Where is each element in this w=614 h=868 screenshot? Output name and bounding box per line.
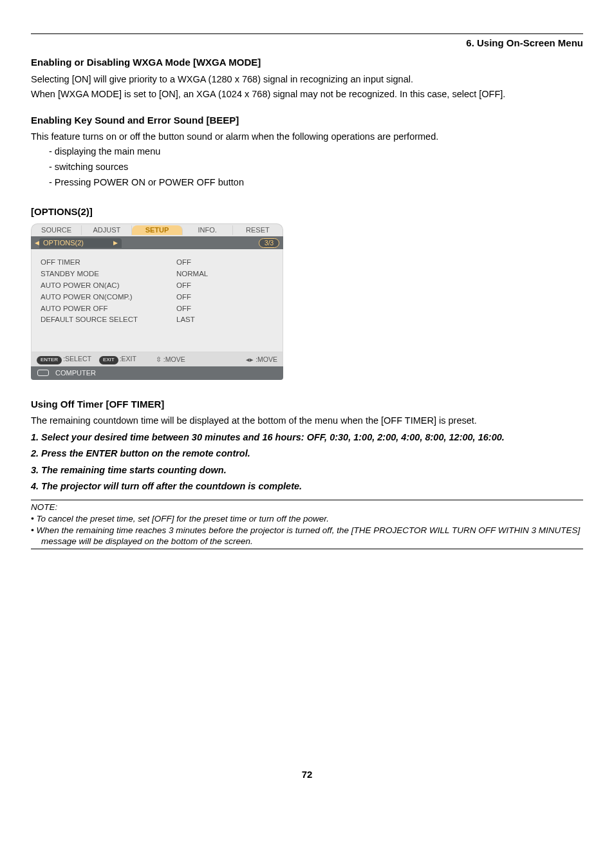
osd-navbar: ENTER:SELECT EXIT:EXIT ⇳ :MOVE ◂▸ :MOVE (31, 352, 283, 366)
osd-row-value: OFF (176, 303, 208, 315)
osd-row-value: OFF (176, 292, 208, 303)
section-offtimer-title: Using Off Timer [OFF TIMER] (31, 398, 583, 411)
osd-labels-col: OFF TIMER STANDBY MODE AUTO POWER ON(AC)… (41, 257, 138, 326)
note-label: NOTE: (31, 502, 583, 513)
beep-bullets: - displaying the main menu - switching s… (49, 146, 583, 189)
nav-exit: EXIT:EXIT (99, 354, 136, 364)
updown-arrow-icon: ⇳ (156, 355, 162, 363)
offtimer-step2: 2. Press the ENTER button on the remote … (31, 448, 583, 460)
offtimer-step4: 4. The projector will turn off after the… (31, 480, 583, 493)
chapter-heading: 6. Using On-Screen Menu (31, 37, 583, 50)
osd-tab-reset[interactable]: RESET (233, 225, 283, 235)
beep-b3: - Pressing POWER ON or POWER OFF button (49, 176, 583, 189)
osd-subtab-options2[interactable]: OPTIONS(2) ▶ (39, 238, 122, 248)
right-arrow-icon[interactable]: ▶ (113, 239, 118, 247)
page-number: 72 (31, 768, 583, 781)
leftright-arrow-icon: ◂▸ (246, 355, 254, 363)
enter-pill-icon: ENTER (37, 356, 62, 364)
nav-enter: ENTER:SELECT (37, 354, 91, 364)
osd-row-label[interactable]: OFF TIMER (41, 257, 138, 269)
note-list: • To cancel the preset time, set [OFF] f… (31, 513, 583, 547)
osd-menu: SOURCE ADJUST SETUP INFO. RESET ◀ OPTION… (31, 223, 283, 380)
osd-row-label[interactable]: DEFAULT SOURCE SELECT (41, 314, 138, 326)
nav-move-v-label: :MOVE (163, 355, 185, 363)
note-block: NOTE: • To cancel the preset time, set [… (31, 500, 583, 549)
exit-pill-icon: EXIT (99, 356, 118, 364)
section-beep-p1: This feature turns on or off the button … (31, 131, 583, 144)
osd-source-label: COMPUTER (55, 368, 96, 378)
osd-row-label[interactable]: STANDBY MODE (41, 269, 138, 280)
osd-tabs: SOURCE ADJUST SETUP INFO. RESET (31, 223, 283, 236)
section-wxga-p2: When [WXGA MODE] is set to [ON], an XGA … (31, 88, 583, 101)
nav-enter-label: :SELECT (63, 355, 91, 363)
section-beep-title: Enabling Key Sound and Error Sound [BEEP… (31, 114, 583, 127)
osd-row-value: OFF (176, 257, 208, 269)
note-item: • To cancel the preset time, set [OFF] f… (31, 513, 583, 525)
osd-page-indicator: 3/3 (259, 238, 279, 249)
osd-tab-setup[interactable]: SETUP (132, 225, 182, 235)
computer-source-icon (37, 370, 49, 376)
section-wxga-p1: Selecting [ON] will give priority to a W… (31, 73, 583, 86)
note-item: • When the remaining time reaches 3 minu… (31, 525, 583, 547)
left-arrow-icon[interactable]: ◀ (35, 239, 39, 247)
osd-row-value: LAST (176, 314, 208, 326)
osd-row-label[interactable]: AUTO POWER ON(AC) (41, 280, 138, 292)
nav-move-v: ⇳ :MOVE (156, 355, 185, 364)
offtimer-step1: 1. Select your desired time between 30 m… (31, 431, 583, 444)
section-options2-title: [OPTIONS(2)] (31, 205, 583, 218)
osd-source-row: COMPUTER (31, 366, 283, 380)
nav-move-h: ◂▸ :MOVE (246, 355, 277, 364)
nav-exit-label: :EXIT (120, 355, 136, 363)
top-rule (31, 33, 583, 34)
offtimer-p1: The remaining countdown time will be dis… (31, 415, 583, 428)
osd-tab-adjust[interactable]: ADJUST (82, 225, 132, 235)
offtimer-step3: 3. The remaining time starts counting do… (31, 464, 583, 477)
osd-row-label[interactable]: AUTO POWER ON(COMP.) (41, 292, 138, 303)
osd-tab-source[interactable]: SOURCE (32, 225, 82, 235)
osd-subtab-label: OPTIONS(2) (43, 238, 84, 248)
osd-tab-info[interactable]: INFO. (183, 225, 233, 235)
section-wxga-title: Enabling or Disabling WXGA Mode [WXGA MO… (31, 56, 583, 69)
osd-values-col: OFF NORMAL OFF OFF OFF LAST (176, 257, 208, 326)
beep-b1: - displaying the main menu (49, 146, 583, 158)
osd-subtab-row: ◀ OPTIONS(2) ▶ 3/3 (31, 236, 283, 249)
osd-row-value: OFF (176, 280, 208, 292)
osd-body: OFF TIMER STANDBY MODE AUTO POWER ON(AC)… (31, 249, 283, 352)
beep-b2: - switching sources (49, 161, 583, 174)
osd-row-label[interactable]: AUTO POWER OFF (41, 303, 138, 315)
nav-move-h-label: :MOVE (256, 355, 277, 363)
osd-row-value: NORMAL (176, 269, 208, 280)
